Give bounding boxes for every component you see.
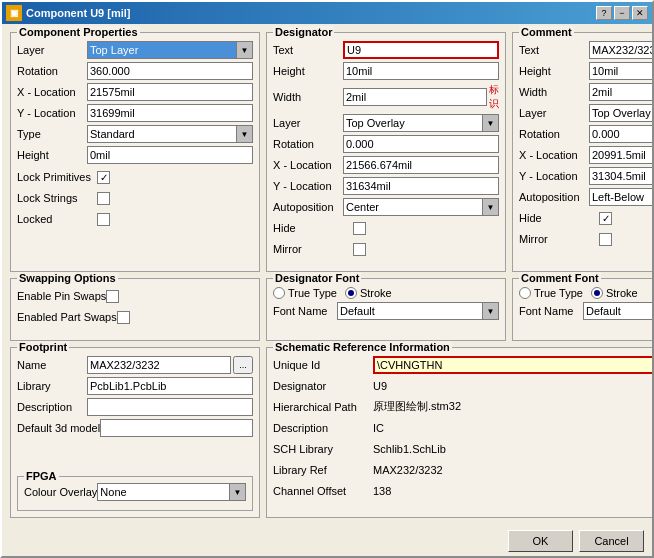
enabled-part-swaps-row: Enabled Part Swaps [17, 308, 253, 326]
fp-desc-input[interactable] [87, 398, 253, 416]
desig-layer-arrow[interactable]: ▼ [483, 114, 499, 132]
type-value: Standard [87, 125, 237, 143]
comment-rotation-input[interactable] [589, 125, 652, 143]
fpga-colour-select[interactable]: None ▼ [97, 483, 246, 501]
desig-stroke-radio[interactable] [345, 287, 357, 299]
fp-library-input[interactable] [87, 377, 253, 395]
desig-height-row: Height [273, 62, 499, 80]
layer-value: Top Layer [87, 41, 237, 59]
fp-name-row: Name ... [17, 356, 253, 374]
desig-autopos-label: Autoposition [273, 201, 343, 213]
desig-layer-row: Layer Top Overlay ▼ [273, 114, 499, 132]
help-button[interactable]: ? [596, 6, 612, 20]
enable-pin-swaps-checkbox[interactable] [106, 290, 119, 303]
comment-layer-row: Layer Top Overlay ▼ [519, 104, 652, 122]
title-bar: ▣ Component U9 [mil] ? − ✕ [2, 2, 652, 24]
enable-pin-swaps-label: Enable Pin Swaps [17, 290, 106, 302]
footprint-title: Footprint [17, 341, 69, 353]
desig-fontname-select[interactable]: Default ▼ [337, 302, 499, 320]
enabled-part-swaps-checkbox[interactable] [117, 311, 130, 324]
window-icon: ▣ [6, 5, 22, 21]
designator-section: Designator Text Height Width 标识 Layer To… [266, 32, 506, 272]
type-select[interactable]: Standard ▼ [87, 125, 253, 143]
desig-fontname-arrow[interactable]: ▼ [483, 302, 499, 320]
comment-stroke-option[interactable]: Stroke [591, 287, 638, 299]
desig-xloc-input[interactable] [343, 156, 499, 174]
comment-yloc-input[interactable] [589, 167, 652, 185]
comment-hide-checkbox[interactable] [599, 212, 612, 225]
minimize-button[interactable]: − [614, 6, 630, 20]
ref-libraryref-row: Library Ref MAX232/3232 [273, 461, 652, 479]
component-properties-section: Component Properties Layer Top Layer ▼ R… [10, 32, 260, 272]
desig-rotation-input[interactable] [343, 135, 499, 153]
xloc-label: X - Location [17, 86, 87, 98]
lock-strings-label: Lock Strings [17, 192, 97, 204]
ref-description-label: Description [273, 422, 373, 434]
type-arrow[interactable]: ▼ [237, 125, 253, 143]
desig-hide-checkbox[interactable] [353, 222, 366, 235]
cancel-button[interactable]: Cancel [579, 530, 644, 552]
comment-yloc-row: Y - Location [519, 167, 652, 185]
desig-yloc-input[interactable] [343, 177, 499, 195]
ok-button[interactable]: OK [508, 530, 573, 552]
desig-text-input[interactable] [343, 41, 499, 59]
xloc-input[interactable] [87, 83, 253, 101]
comment-mirror-checkbox[interactable] [599, 233, 612, 246]
comment-fontname-select[interactable]: Default ▼ [583, 302, 652, 320]
ref-description-row: Description IC [273, 419, 652, 437]
locked-label: Locked [17, 213, 97, 225]
ref-hierpath-row: Hierarchical Path 原理图绘制.stm32 [273, 398, 652, 416]
layer-select[interactable]: Top Layer ▼ [87, 41, 253, 59]
comment-mirror-row: Mirror [519, 230, 652, 248]
comment-width-input[interactable] [589, 83, 652, 101]
yloc-input[interactable] [87, 104, 253, 122]
desig-text-label: Text [273, 44, 343, 56]
comment-autopos-label: Autoposition [519, 191, 589, 203]
desig-autopos-row: Autoposition Center ▼ [273, 198, 499, 216]
unique-id-input[interactable] [373, 356, 652, 374]
fpga-title: FPGA [24, 470, 59, 482]
desig-truetype-option[interactable]: True Type [273, 287, 337, 299]
unique-id-label: Unique Id [273, 359, 373, 371]
desig-width-input[interactable] [343, 88, 487, 106]
comment-text-input[interactable] [589, 41, 652, 59]
lock-strings-checkbox[interactable] [97, 192, 110, 205]
desig-stroke-option[interactable]: Stroke [345, 287, 392, 299]
fp-name-input[interactable] [87, 356, 231, 374]
desig-autopos-select[interactable]: Center ▼ [343, 198, 499, 216]
comment-xloc-input[interactable] [589, 146, 652, 164]
comment-height-input[interactable] [589, 62, 652, 80]
comment-text-label: Text [519, 44, 589, 56]
desig-layer-select[interactable]: Top Overlay ▼ [343, 114, 499, 132]
comment-stroke-radio[interactable] [591, 287, 603, 299]
rotation-input[interactable] [87, 62, 253, 80]
swapping-title: Swapping Options [17, 272, 118, 284]
height-input[interactable] [87, 146, 253, 164]
desig-mirror-label: Mirror [273, 243, 353, 255]
desig-mirror-checkbox[interactable] [353, 243, 366, 256]
title-buttons: ? − ✕ [596, 6, 648, 20]
type-label: Type [17, 128, 87, 140]
comment-layer-select[interactable]: Top Overlay ▼ [589, 104, 652, 122]
rotation-label: Rotation [17, 65, 87, 77]
fp-3dmodel-input[interactable] [100, 419, 253, 437]
fpga-colour-label: Colour Overlay [24, 486, 97, 498]
desig-autopos-arrow[interactable]: ▼ [483, 198, 499, 216]
fp-browse-button[interactable]: ... [233, 356, 253, 374]
desig-height-input[interactable] [343, 62, 499, 80]
comment-font-radio-group: True Type Stroke [519, 287, 652, 299]
fpga-colour-arrow[interactable]: ▼ [230, 483, 246, 501]
dialog-content: Component Properties Layer Top Layer ▼ R… [2, 24, 652, 526]
lock-primitives-checkbox[interactable] [97, 171, 110, 184]
close-button[interactable]: ✕ [632, 6, 648, 20]
component-dialog: ▣ Component U9 [mil] ? − ✕ Component Pro… [0, 0, 654, 558]
comment-truetype-option[interactable]: True Type [519, 287, 583, 299]
locked-checkbox[interactable] [97, 213, 110, 226]
desig-rotation-row: Rotation [273, 135, 499, 153]
comment-truetype-radio[interactable] [519, 287, 531, 299]
desig-truetype-radio[interactable] [273, 287, 285, 299]
layer-arrow[interactable]: ▼ [237, 41, 253, 59]
desig-fontname-value: Default [337, 302, 483, 320]
ref-schlibrary-value: Schlib1.SchLib [373, 443, 652, 455]
comment-autopos-select[interactable]: Left-Below ▼ [589, 188, 652, 206]
